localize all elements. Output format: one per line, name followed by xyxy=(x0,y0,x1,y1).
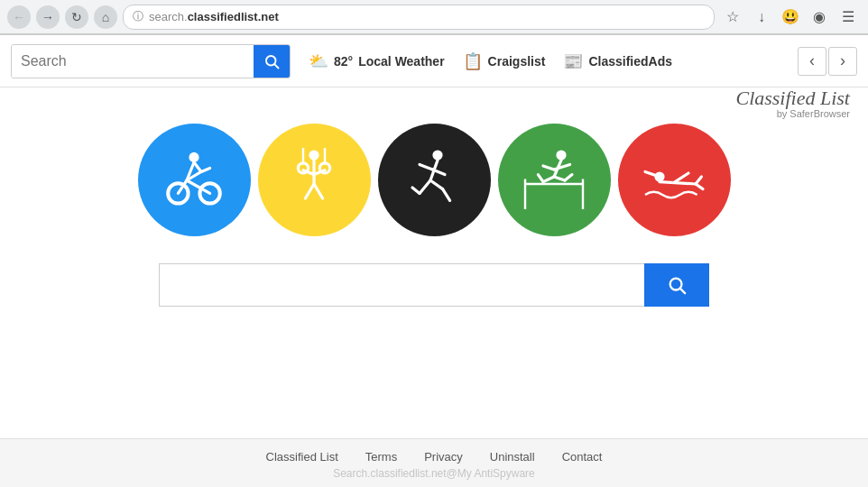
weather-icon: ⛅ xyxy=(309,51,328,71)
footer-link-privacy[interactable]: Privacy xyxy=(424,450,463,464)
svg-line-34 xyxy=(543,166,554,170)
menu-button[interactable]: ☰ xyxy=(836,5,861,30)
center-search-input[interactable] xyxy=(159,263,644,307)
svg-point-29 xyxy=(556,150,566,160)
classified-ads-label: ClassifiedAds xyxy=(588,54,672,69)
forward-button[interactable]: → xyxy=(36,5,60,29)
svg-line-35 xyxy=(554,164,570,170)
browser-chrome: ← → ↻ ⌂ ⓘ search.classifiedlist.net ☆ ↓ … xyxy=(0,0,868,35)
shield-button[interactable]: ◉ xyxy=(807,5,832,30)
footer-link-contact[interactable]: Contact xyxy=(562,450,603,464)
gymnastics-icon xyxy=(278,144,350,216)
footer: Classified List Terms Privacy Uninstall … xyxy=(0,438,868,487)
svg-line-27 xyxy=(412,188,420,193)
sport-circles xyxy=(138,124,731,236)
url-text: search.classifiedlist.net xyxy=(149,10,705,23)
svg-line-20 xyxy=(314,184,323,198)
svg-point-11 xyxy=(309,150,319,160)
main-content xyxy=(0,87,868,307)
svg-line-38 xyxy=(538,174,543,181)
craigslist-link[interactable]: 📋 Craigslist xyxy=(463,51,546,71)
svg-line-28 xyxy=(443,188,450,200)
search-button[interactable] xyxy=(254,45,290,78)
swimming-circle xyxy=(618,124,731,236)
back-button[interactable]: ← xyxy=(7,5,31,29)
svg-point-2 xyxy=(189,152,199,161)
home-button[interactable]: ⌂ xyxy=(94,5,117,29)
high-jump-circle xyxy=(498,124,611,236)
nav-icons: ☆ ↓ 😃 ◉ ☰ xyxy=(720,5,861,30)
cycling-icon xyxy=(158,144,230,216)
address-bar[interactable]: ⓘ search.classifiedlist.net xyxy=(123,5,715,30)
svg-line-19 xyxy=(305,184,314,198)
svg-line-41 xyxy=(660,181,696,183)
swimming-icon xyxy=(638,144,710,216)
cycling-circle xyxy=(138,124,251,236)
running-circle xyxy=(378,124,491,236)
svg-line-45 xyxy=(696,184,703,189)
svg-line-26 xyxy=(430,180,443,189)
search-input[interactable] xyxy=(12,45,254,78)
high-jump-icon xyxy=(518,144,590,216)
svg-line-47 xyxy=(680,289,685,293)
svg-line-8 xyxy=(194,162,201,171)
svg-line-43 xyxy=(674,173,688,182)
gymnastics-circle xyxy=(258,124,371,236)
center-search xyxy=(159,263,709,307)
craigslist-label: Craigslist xyxy=(488,54,546,69)
weather-link[interactable]: ⛅ 82° Local Weather xyxy=(309,51,445,71)
craigslist-icon: 📋 xyxy=(463,51,483,71)
weather-label: Local Weather xyxy=(358,54,444,69)
svg-line-36 xyxy=(543,177,554,182)
account-button[interactable]: 😃 xyxy=(778,5,803,30)
running-icon xyxy=(398,144,470,216)
reload-button[interactable]: ↻ xyxy=(65,5,88,29)
footer-link-terms[interactable]: Terms xyxy=(365,450,397,464)
weather-temp: 82° xyxy=(334,54,353,69)
svg-line-23 xyxy=(420,164,432,170)
search-box[interactable] xyxy=(11,44,291,78)
toolbar: ⛅ 82° Local Weather 📋 Craigslist 📰 Class… xyxy=(0,35,868,87)
classified-ads-link[interactable]: 📰 ClassifiedAds xyxy=(563,51,672,71)
next-arrow-button[interactable]: › xyxy=(828,47,857,76)
classified-ads-icon: 📰 xyxy=(563,51,583,71)
bookmark-star-button[interactable]: ☆ xyxy=(720,5,745,30)
toolbar-links: ⛅ 82° Local Weather 📋 Craigslist 📰 Class… xyxy=(309,51,672,71)
download-button[interactable]: ↓ xyxy=(749,5,774,30)
svg-line-25 xyxy=(420,180,430,193)
footer-link-classified-list[interactable]: Classified List xyxy=(266,450,338,464)
nav-bar: ← → ↻ ⌂ ⓘ search.classifiedlist.net ☆ ↓ … xyxy=(0,0,868,34)
footer-watermark: Search.classifiedlist.net@My AntiSpyware xyxy=(0,467,868,480)
nav-arrows: ‹ › xyxy=(798,47,857,76)
url-gray: search. xyxy=(149,10,188,23)
svg-line-37 xyxy=(554,177,565,180)
svg-line-1 xyxy=(274,64,278,68)
url-bold: classifiedlist.net xyxy=(188,10,279,23)
footer-link-uninstall[interactable]: Uninstall xyxy=(490,450,535,464)
center-search-button[interactable] xyxy=(644,263,709,307)
svg-point-21 xyxy=(432,150,442,160)
svg-line-39 xyxy=(565,174,572,179)
footer-links: Classified List Terms Privacy Uninstall … xyxy=(0,450,868,464)
info-icon: ⓘ xyxy=(133,9,143,24)
prev-arrow-button[interactable]: ‹ xyxy=(798,47,826,76)
